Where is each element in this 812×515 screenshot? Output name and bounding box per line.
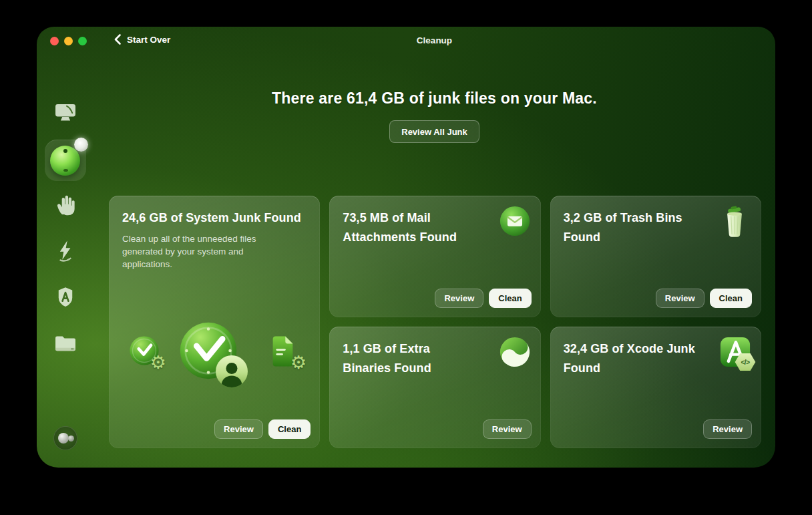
sidebar-item-cleanup[interactable] [45, 140, 86, 181]
review-all-junk-button[interactable]: Review All Junk [389, 120, 479, 143]
sidebar [37, 56, 93, 468]
document-gear-icon: ⚙ [269, 335, 300, 366]
clock-gear-icon: ⚙ [129, 335, 160, 366]
card-title: 1,1 GB of Extra Binaries Found [343, 339, 475, 378]
sidebar-item-applications[interactable] [45, 278, 86, 319]
card-system-junk[interactable]: 24,6 GB of System Junk Found Clean up al… [109, 196, 320, 448]
card-title: 24,6 GB of System Junk Found [122, 208, 307, 228]
review-button[interactable]: Review [703, 419, 752, 439]
cards-grid: 24,6 GB of System Junk Found Clean up al… [109, 196, 761, 448]
card-extra-binaries[interactable]: 1,1 GB of Extra Binaries Found Review [329, 327, 540, 448]
minimize-button[interactable] [64, 37, 73, 45]
card-title: 32,4 GB of Xcode Junk Found [564, 339, 696, 378]
zoom-button[interactable] [78, 37, 87, 45]
card-mail-attachments[interactable]: 73,5 MB of Mail Attachments Found Rev [329, 196, 540, 317]
review-button[interactable]: Review [656, 289, 704, 308]
sidebar-item-my-clutter[interactable] [45, 324, 86, 365]
system-junk-illustration: ⚙ [109, 311, 320, 391]
card-title: 3,2 GB of Trash Bins Found [564, 208, 696, 247]
traffic-lights [50, 37, 87, 45]
main-content: There are 61,4 GB of junk files on your … [93, 56, 775, 468]
clean-button[interactable]: Clean [489, 289, 531, 308]
sidebar-item-protection[interactable] [45, 186, 86, 227]
smart-care-display-icon [54, 103, 77, 126]
clean-button[interactable]: Clean [268, 419, 311, 439]
card-xcode-junk[interactable]: 32,4 GB of Xcode Junk Found </> [550, 327, 761, 448]
cleanup-window: Start Over Cleanup [37, 27, 775, 468]
mail-icon [499, 206, 530, 236]
user-badge-icon [215, 355, 248, 388]
cleanup-orb-icon [50, 146, 80, 176]
assistant-button[interactable] [53, 426, 77, 450]
protection-hand-icon [55, 194, 75, 219]
applications-shield-icon [55, 287, 76, 311]
window-title: Cleanup [93, 35, 775, 45]
screen: Start Over Cleanup [0, 0, 812, 515]
review-button[interactable]: Review [483, 419, 532, 439]
performance-bolt-icon [56, 240, 75, 265]
sidebar-item-smart-care[interactable] [45, 94, 86, 135]
review-button[interactable]: Review [214, 419, 263, 439]
clean-button[interactable]: Clean [710, 289, 752, 308]
assistant-icon-small [68, 436, 74, 442]
gear-icon: ⚙ [150, 353, 166, 371]
trash-icon [720, 206, 751, 236]
xcode-icon: </> [720, 337, 751, 367]
my-clutter-folder-icon [54, 334, 77, 355]
card-trash-bins[interactable]: 3,2 GB of Trash Bins Found [550, 196, 761, 317]
card-description: Clean up all of the unneeded files gener… [122, 232, 296, 271]
close-button[interactable] [50, 37, 59, 45]
junk-summary-headline: There are 61,4 GB of junk files on your … [93, 90, 775, 108]
card-title: 73,5 MB of Mail Attachments Found [343, 208, 475, 247]
gear-icon: ⚙ [290, 353, 307, 371]
review-button[interactable]: Review [435, 289, 483, 308]
assistant-icon [58, 433, 69, 444]
cleanup-notification-badge [74, 138, 88, 152]
sidebar-item-performance[interactable] [45, 232, 86, 273]
clock-user-icon [179, 321, 238, 380]
titlebar: Start Over Cleanup [37, 27, 775, 56]
binaries-icon [499, 337, 530, 367]
